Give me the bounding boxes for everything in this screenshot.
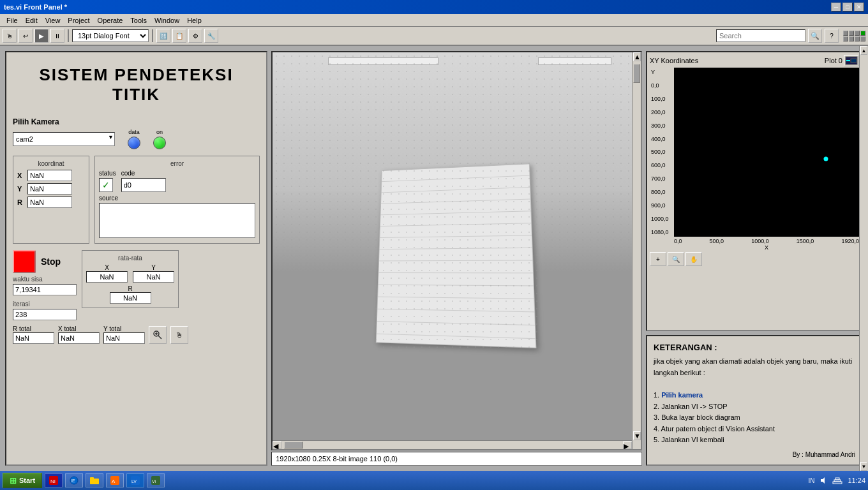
toolbar-btn-pause[interactable]: ⏸: [50, 29, 64, 43]
taskbar-item-ni[interactable]: NI: [45, 473, 63, 487]
camera-paper: [375, 164, 536, 348]
y-total-value[interactable]: [103, 332, 145, 344]
taskbar-item-folder[interactable]: [86, 473, 103, 487]
plot-pan-btn[interactable]: ✋: [685, 252, 702, 266]
svg-rect-22: [835, 478, 839, 480]
svg-line-1: [158, 336, 161, 339]
rata-box: rata-rata X Y R: [82, 250, 179, 308]
step-4: 4. Atur patern object di Vision Assistan…: [654, 425, 775, 433]
rata-x-value[interactable]: [86, 271, 128, 283]
scrollbar-v[interactable]: ▲ ▼: [632, 52, 641, 449]
r-value[interactable]: [27, 197, 72, 208]
y-value[interactable]: [27, 183, 72, 195]
iterasi-value[interactable]: [13, 309, 77, 320]
taskbar-item-app2[interactable]: Vi: [147, 473, 165, 487]
taskbar-item-app1[interactable]: A: [106, 473, 124, 487]
code-value[interactable]: [121, 178, 166, 192]
toolbar-btn-2[interactable]: ↩: [19, 29, 33, 43]
menu-tools[interactable]: Tools: [126, 15, 151, 26]
menu-view[interactable]: View: [41, 15, 64, 26]
source-textarea[interactable]: [99, 203, 255, 238]
search-button[interactable]: 🔍: [808, 29, 822, 43]
grid-cell: [843, 36, 848, 41]
stop-button[interactable]: [13, 250, 36, 273]
x-axis: 0,0 500,0 1000,0 1500,0 1920,0: [650, 237, 859, 244]
rata-x-col: X: [86, 264, 128, 283]
menu-project[interactable]: Project: [64, 15, 93, 26]
title-bar: tes.vi Front Panel * ─ □ ✕: [0, 0, 868, 14]
menu-edit[interactable]: Edit: [22, 15, 41, 26]
plot-add-btn[interactable]: +: [650, 252, 666, 266]
keterangan-title: KETERANGAN :: [654, 343, 855, 352]
svg-rect-12: [90, 477, 94, 480]
toolbar-btn-1[interactable]: 🖱: [3, 29, 17, 43]
font-select[interactable]: 13pt Dialog Font: [72, 29, 149, 42]
x-val-0: 0,0: [674, 238, 682, 244]
rata-r-col: R: [110, 285, 151, 304]
maximize-button[interactable]: □: [842, 3, 853, 11]
toolbar-btn-3[interactable]: 🔠: [156, 29, 170, 43]
step-3: 3. Buka layar block diagram: [654, 413, 740, 421]
camera-select[interactable]: cam2 cam1 cam3: [13, 132, 115, 146]
start-button[interactable]: ⊞ Start: [3, 473, 42, 488]
plot-legend-btn[interactable]: [844, 55, 859, 66]
led-data-label: data: [128, 129, 140, 135]
rata-x-label: X: [86, 264, 128, 271]
menu-file[interactable]: File: [3, 15, 22, 26]
led-data-group: data: [128, 129, 140, 149]
plot-zoom-btn[interactable]: 🔍: [668, 252, 684, 266]
search-bar: 🔍 ?: [716, 29, 839, 43]
toolbar-btn-5[interactable]: ⚙: [188, 29, 202, 43]
ceiling-light-1: [328, 57, 438, 65]
step-5: 5. Jalankan VI kembali: [654, 436, 724, 443]
menu-help[interactable]: Help: [183, 15, 206, 26]
main-area: SISTEM PENDETEKSI TITIK Pilih Kamera cam…: [0, 46, 868, 471]
scrollbar-h[interactable]: ◀ ▶: [273, 440, 632, 449]
rata-r-value[interactable]: [110, 292, 151, 304]
taskbar-clock: 11:24: [848, 477, 865, 484]
code-box: code: [121, 170, 166, 192]
main-scroll-down[interactable]: ▼: [860, 462, 867, 471]
x-label: X: [17, 172, 25, 179]
main-scroll-up[interactable]: ▲: [860, 46, 867, 55]
scroll-down-btn[interactable]: ▼: [633, 431, 641, 440]
toolbar-btn-6[interactable]: 🔧: [204, 29, 218, 43]
toolbar-btn-run[interactable]: ▶: [34, 29, 49, 43]
waktu-section: waktu sisa: [13, 276, 77, 295]
camera-view-section: ▲ ▼ ◀ ▶ 1920x1080 0.25X 8-bit image 110 …: [271, 51, 642, 466]
taskbar-item-labview[interactable]: LV: [126, 473, 144, 487]
close-button[interactable]: ✕: [854, 3, 864, 11]
main-scrollbar[interactable]: ▲ ▼: [859, 46, 868, 471]
y-val-1080: 1080,0: [651, 229, 673, 235]
scroll-thumb-v[interactable]: [633, 64, 640, 83]
scroll-up-btn[interactable]: ▲: [633, 52, 641, 61]
y-val-900: 900,0: [651, 202, 673, 209]
taskbar-item-browser[interactable]: IE: [65, 473, 83, 487]
waktu-value[interactable]: [13, 284, 77, 295]
minimize-button[interactable]: ─: [831, 3, 841, 11]
zoom-button[interactable]: [149, 326, 167, 344]
x-total-value[interactable]: [58, 332, 100, 344]
svg-text:Vi: Vi: [152, 479, 156, 484]
step-1: 1. Pilih kamera: [654, 391, 703, 399]
menu-window[interactable]: Window: [151, 15, 183, 26]
x-value[interactable]: [27, 170, 72, 181]
search-input[interactable]: [716, 29, 805, 42]
r-total-label: R total: [13, 325, 54, 332]
rata-y-value[interactable]: [133, 271, 174, 283]
y-val-700: 700,0: [651, 175, 673, 182]
grid-cell: [855, 31, 860, 36]
scroll-thumb-h[interactable]: [284, 442, 303, 449]
cursor-button[interactable]: 🖱: [170, 326, 188, 344]
r-total-value[interactable]: [13, 332, 54, 344]
toolbar-btn-4[interactable]: 📋: [172, 29, 186, 43]
scroll-left-btn[interactable]: ◀: [273, 442, 281, 449]
plot-with-axes: Y 0,0 100,0 200,0 300,0 400,0 500,0 600,…: [650, 68, 859, 251]
stop-section: Stop waktu sisa iterasi: [13, 250, 77, 320]
xy-plot-title: XY Koordinates: [650, 57, 698, 64]
y-val-1000: 1000,0: [651, 216, 673, 222]
help-button[interactable]: ?: [825, 29, 839, 43]
koordinat-title: koordinat: [17, 160, 85, 167]
menu-operate[interactable]: Operate: [94, 15, 127, 26]
scroll-right-btn[interactable]: ▶: [623, 442, 632, 449]
